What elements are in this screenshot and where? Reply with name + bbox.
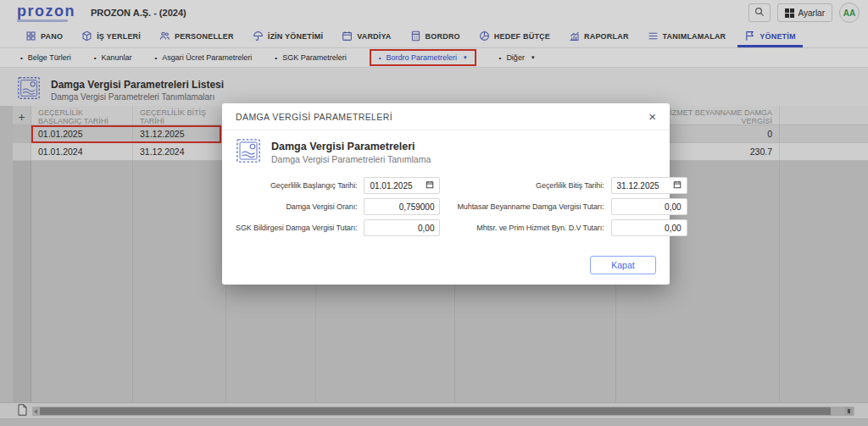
modal-heading-block: Damga Vergisi Parametreleri Damga Vergis… <box>222 130 670 172</box>
app-screen: prozon PROZON A.Ş. - (2024) Ayarlar AA P… <box>0 0 868 426</box>
label-mhtsr-prim-hizmet-tutari: Mhtsr. ve Prim Hizmet Byn. D.V Tutarı: <box>457 224 609 232</box>
input-value: 0,00 <box>665 202 681 212</box>
close-icon[interactable]: × <box>648 110 656 123</box>
modal-form: Geçerlilik Başlangıç Tarihi: 01.01.2025 … <box>222 172 670 236</box>
calendar-icon[interactable] <box>673 180 682 191</box>
kapat-button[interactable]: Kapat <box>590 256 656 274</box>
input-damga-vergisi-orani[interactable]: 0,759000 <box>364 198 440 215</box>
input-baslangic-tarihi[interactable]: 01.01.2025 <box>364 177 440 194</box>
input-value: 01.01.2025 <box>370 181 412 191</box>
input-bitis-tarihi[interactable]: 31.12.2025 <box>611 177 687 194</box>
input-muhtasar-beyanname-tutari[interactable]: 0,00 <box>611 198 687 215</box>
modal-titlebar: DAMGA VERGİSİ PARAMETRELERİ × <box>222 103 670 130</box>
label-sgk-bildirgesi-tutari: SGK Bildirgesi Damga Vergisi Tutarı: <box>236 224 362 232</box>
modal-heading-texts: Damga Vergisi Parametreleri Damga Vergis… <box>271 141 431 164</box>
modal-footer: Kapat <box>590 256 656 274</box>
modal-heading: Damga Vergisi Parametreleri <box>271 141 431 152</box>
damga-vergisi-modal: DAMGA VERGİSİ PARAMETRELERİ × Damga Verg… <box>222 103 670 285</box>
modal-title: DAMGA VERGİSİ PARAMETRELERİ <box>236 112 392 122</box>
input-value: 0,759000 <box>399 202 435 212</box>
label-muhtasar-beyanname-tutari: Muhtasar Beyanname Damga Vergisi Tutarı: <box>457 202 609 211</box>
input-sgk-bildirgesi-tutari[interactable]: 0,00 <box>364 219 440 236</box>
stamp-icon <box>236 138 261 167</box>
calendar-icon[interactable] <box>426 180 434 191</box>
label-bitis-tarihi: Geçerlilik Bitiş Tarihi: <box>457 181 609 190</box>
label-damga-vergisi-orani: Damga Vergisi Oranı: <box>236 202 362 211</box>
input-mhtsr-prim-hizmet-tutari[interactable]: 0,00 <box>611 219 687 236</box>
input-value: 31.12.2025 <box>617 181 659 191</box>
input-value: 0,00 <box>665 224 681 233</box>
modal-subheading: Damga Vergisi Parametreleri Tanımlama <box>271 154 431 164</box>
input-value: 0,00 <box>418 224 434 233</box>
label-baslangic-tarihi: Geçerlilik Başlangıç Tarihi: <box>236 181 362 190</box>
